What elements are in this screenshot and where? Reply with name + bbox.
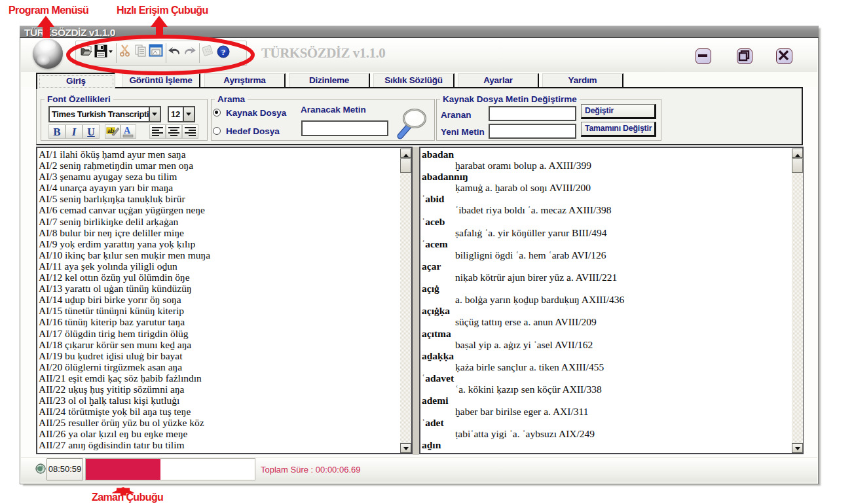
svg-text:A: A xyxy=(124,126,131,135)
svg-text:?: ? xyxy=(221,47,226,57)
